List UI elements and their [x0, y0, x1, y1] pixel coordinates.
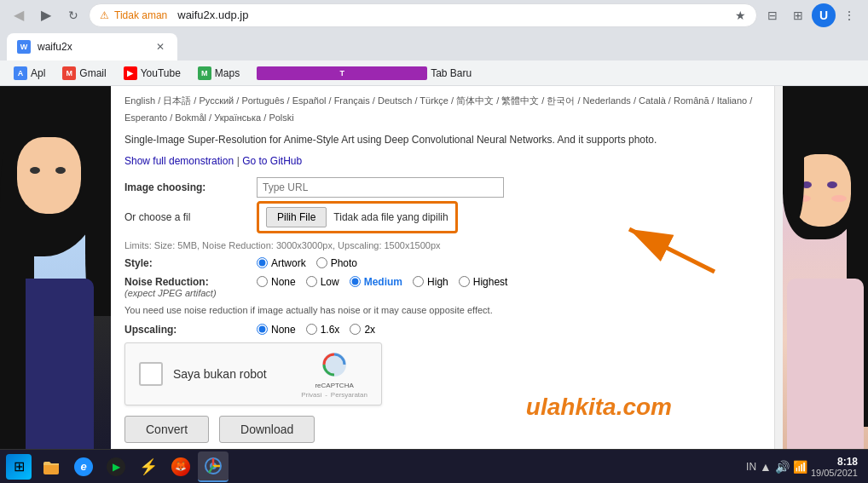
- speaker-icon[interactable]: 🔊: [775, 460, 790, 474]
- convert-button[interactable]: Convert: [124, 416, 209, 443]
- style-artwork-label: Artwork: [271, 257, 306, 269]
- recaptcha-widget[interactable]: Saya bukan robot reCAPTCHA: [124, 342, 382, 405]
- bookmark-star-icon[interactable]: ★: [735, 9, 746, 22]
- upscaling-none-radio[interactable]: [257, 324, 268, 335]
- bookmark-maps[interactable]: M Maps: [191, 63, 246, 83]
- style-artwork-option[interactable]: Artwork: [257, 257, 306, 269]
- noise-highest-option[interactable]: Highest: [459, 276, 508, 288]
- media-player-button[interactable]: ▶: [101, 451, 131, 482]
- profile-button[interactable]: U: [812, 3, 836, 27]
- language-links: English / 日本語 / Русский / Português / Es…: [124, 93, 761, 127]
- svg-point-1: [322, 353, 346, 377]
- address-bar[interactable]: ⚠ Tidak aman waifu2x.udp.jp ★: [89, 3, 757, 27]
- style-artwork-radio[interactable]: [257, 257, 268, 268]
- url-input[interactable]: [257, 177, 504, 198]
- show-demo-link[interactable]: Show full demonstration: [124, 155, 234, 167]
- image-choosing-row: Image choosing:: [124, 177, 761, 198]
- upscaling-none-option[interactable]: None: [257, 324, 296, 336]
- github-link[interactable]: Go to GitHub: [242, 155, 302, 167]
- style-photo-radio[interactable]: [316, 257, 327, 268]
- browser-frame: ◀ ▶ ↻ ⚠ Tidak aman waifu2x.udp.jp ★ ⊟ ⊞ …: [0, 0, 868, 483]
- recaptcha-logo-icon: [319, 349, 350, 380]
- start-button[interactable]: ⊞: [3, 451, 34, 482]
- bookmark-apl[interactable]: A Apl: [7, 63, 52, 83]
- browser-actions: ⊟ ⊞ U ⋮: [761, 3, 861, 27]
- security-warning-icon: ⚠: [100, 9, 109, 21]
- upscaling-row: Upscaling: None 1.6x 2x: [124, 324, 761, 336]
- chrome-icon: [204, 457, 223, 475]
- main-content: English / 日本語 / Русский / Português / Es…: [111, 86, 774, 449]
- upscaling-2x-option[interactable]: 2x: [350, 324, 375, 336]
- noise-medium-radio[interactable]: [350, 276, 361, 287]
- recaptcha-footer-sep: -: [325, 391, 327, 399]
- bookmark-gmail-label: Gmail: [79, 67, 106, 79]
- noise-medium-option[interactable]: Medium: [350, 276, 402, 288]
- cast-button[interactable]: ⊟: [761, 3, 784, 27]
- up-arrow-icon[interactable]: ▲: [760, 460, 772, 474]
- noise-sublabel: (expect JPEG artifact): [124, 288, 257, 298]
- noise-high-radio[interactable]: [413, 276, 424, 287]
- extensions-button[interactable]: ⊞: [786, 3, 810, 27]
- warning-label: Tidak aman: [114, 9, 167, 21]
- network-icon[interactable]: 📶: [793, 460, 807, 474]
- or-choose-text: Or choose a fil: [124, 211, 190, 223]
- style-label: Style:: [124, 257, 257, 269]
- noise-low-option[interactable]: Low: [306, 276, 339, 288]
- vertical-scrollbar[interactable]: [774, 86, 783, 449]
- file-chooser-row: Or choose a fil Pilih File Tidak ada fil…: [124, 201, 761, 233]
- file-chooser-content: Pilih File Tidak ada file yang dipilih: [257, 201, 761, 233]
- upscaling-1.6x-option[interactable]: 1.6x: [306, 324, 340, 336]
- clock-display: 8:18 19/05/2021: [811, 456, 858, 478]
- bookmark-tab-baru[interactable]: T Tab Baru: [250, 63, 478, 83]
- upscaling-radio-group: None 1.6x 2x: [257, 324, 375, 336]
- ie-icon: e: [74, 457, 93, 476]
- style-radio-group: Artwork Photo: [257, 257, 357, 269]
- style-row: Style: Artwork Photo: [124, 257, 761, 269]
- noise-radio-group: None Low Medium High: [257, 276, 507, 288]
- ie-button[interactable]: e: [68, 451, 99, 482]
- noise-none-label: None: [271, 276, 296, 288]
- recaptcha-checkbox[interactable]: [139, 362, 163, 386]
- tab-close-button[interactable]: ✕: [153, 40, 167, 54]
- forward-button[interactable]: ▶: [34, 3, 58, 27]
- noise-highest-radio[interactable]: [459, 276, 470, 287]
- time-display: 8:18: [811, 456, 858, 468]
- bookmarks-bar: A Apl M Gmail ▶ YouTube M Maps T Tab Bar…: [0, 60, 868, 86]
- noise-reduction-row: Noise Reduction: (expect JPEG artifact) …: [124, 276, 761, 298]
- recaptcha-label: Saya bukan robot: [173, 367, 291, 381]
- noise-none-option[interactable]: None: [257, 276, 296, 288]
- choose-file-button[interactable]: Pilih File: [266, 207, 327, 227]
- upscaling-2x-radio[interactable]: [350, 324, 361, 335]
- firefox-icon: 🦊: [171, 457, 190, 476]
- tabs-bar: W waifu2x ✕: [0, 30, 868, 60]
- noise-high-option[interactable]: High: [413, 276, 448, 288]
- bookmark-tab-baru-label: Tab Baru: [431, 67, 472, 79]
- noise-low-label: Low: [321, 276, 339, 288]
- url-display: waifu2x.udp.jp: [177, 9, 730, 21]
- content-wrapper: English / 日本語 / Русский / Português / Es…: [0, 86, 868, 449]
- firefox-button[interactable]: 🦊: [165, 451, 196, 482]
- bookmark-gmail[interactable]: M Gmail: [55, 63, 113, 83]
- noise-none-radio[interactable]: [257, 276, 268, 287]
- file-manager-button[interactable]: [36, 451, 67, 482]
- recaptcha-terms-link[interactable]: Persyaratan: [331, 391, 367, 399]
- power-button[interactable]: ⚡: [133, 451, 164, 482]
- chrome-button[interactable]: [198, 451, 229, 482]
- reload-button[interactable]: ↻: [61, 3, 85, 27]
- download-button[interactable]: Download: [219, 416, 315, 443]
- lightning-icon: ⚡: [139, 457, 158, 476]
- anime-character-right: [783, 86, 868, 449]
- active-tab[interactable]: W waifu2x ✕: [7, 33, 177, 60]
- upscaling-1.6x-radio[interactable]: [306, 324, 317, 335]
- recaptcha-privacy-link[interactable]: Privasi: [301, 391, 321, 399]
- noise-low-radio[interactable]: [306, 276, 317, 287]
- back-button[interactable]: ◀: [7, 3, 31, 27]
- anime-character-left: [0, 86, 111, 449]
- style-photo-option[interactable]: Photo: [316, 257, 357, 269]
- noise-warning-text: You need use noise reduction if image ac…: [124, 305, 761, 315]
- language-indicator: IN: [746, 461, 756, 473]
- recaptcha-brand-text: reCAPTCHA: [315, 382, 353, 389]
- language-links-text: English / 日本語 / Русский / Português / Es…: [124, 95, 752, 123]
- bookmark-youtube[interactable]: ▶ YouTube: [117, 63, 188, 83]
- menu-button[interactable]: ⋮: [837, 3, 861, 27]
